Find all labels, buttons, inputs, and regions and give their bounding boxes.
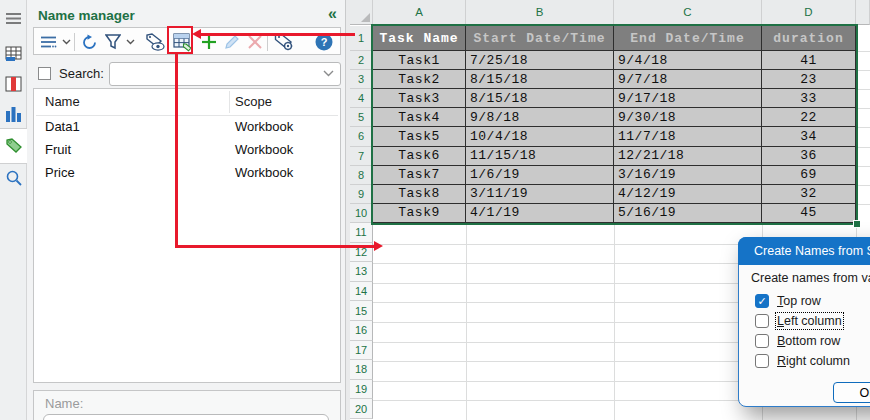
column-header-D[interactable]: D [762, 0, 856, 25]
table-cell[interactable]: 3/11/19 [466, 185, 614, 204]
table-cell[interactable]: 23 [762, 70, 856, 89]
table-cell[interactable]: Task9 [373, 204, 466, 223]
table-cell[interactable]: Task5 [373, 127, 466, 146]
fill-handle[interactable] [853, 220, 861, 228]
row-header-14[interactable]: 14 [350, 282, 373, 302]
table-cell[interactable]: 32 [762, 185, 856, 204]
table-header-cell[interactable]: Start Date/Time [466, 26, 614, 51]
hamburger-menu-icon[interactable] [4, 9, 23, 28]
row-header-20[interactable]: 20 [350, 399, 373, 419]
search-combobox[interactable] [109, 62, 341, 86]
checkbox-checked-icon[interactable]: ✓ [755, 294, 769, 308]
table-cell[interactable]: 9/17/18 [614, 89, 762, 108]
list-item-scope[interactable]: Workbook [235, 165, 293, 180]
table-cell[interactable]: 34 [762, 127, 856, 146]
row-header-7[interactable]: 7 [350, 147, 373, 166]
table-cell[interactable]: 11/7/18 [614, 127, 762, 146]
create-names-from-selection-icon[interactable] [172, 31, 194, 53]
column-header-B[interactable]: B [466, 0, 614, 25]
list-menu-icon[interactable] [37, 31, 59, 53]
ok-button[interactable]: OK [833, 382, 870, 403]
dialog-titlebar[interactable]: Create Names from Selection ? ✕ [738, 237, 870, 265]
column-header-A[interactable]: A [373, 0, 466, 25]
row-header-2[interactable]: 2 [350, 51, 373, 70]
table-header-cell[interactable]: End Date/Time [614, 26, 762, 51]
table-cell[interactable]: 5/16/19 [614, 204, 762, 223]
table-cell[interactable]: 8/15/18 [466, 70, 614, 89]
column-header-C[interactable]: C [614, 0, 762, 25]
row-header-19[interactable]: 19 [350, 380, 373, 400]
table-cell[interactable]: Task7 [373, 166, 466, 185]
table-header-cell[interactable]: Task Name [373, 26, 466, 51]
row-header-4[interactable]: 4 [350, 89, 373, 108]
add-name-icon[interactable] [198, 31, 220, 53]
worksheet-icon[interactable] [4, 44, 23, 63]
table-cell[interactable]: 9/7/18 [614, 70, 762, 89]
name-tag-icon[interactable] [4, 136, 23, 155]
list-column-name[interactable]: Name [45, 94, 80, 109]
checkbox-unchecked-icon[interactable] [755, 354, 769, 368]
list-item-name[interactable]: Price [45, 165, 75, 180]
column-highlight-icon[interactable] [4, 74, 23, 93]
row-header-10[interactable]: 10 [350, 204, 373, 223]
table-cell[interactable]: 4/12/19 [614, 185, 762, 204]
row-header-6[interactable]: 6 [350, 127, 373, 146]
filter-chevron-icon[interactable] [124, 31, 136, 53]
table-cell[interactable]: 41 [762, 51, 856, 70]
row-header-18[interactable]: 18 [350, 360, 373, 380]
name-field-input[interactable] [43, 414, 329, 420]
table-cell[interactable]: 1/6/19 [466, 166, 614, 185]
table-cell[interactable]: 9/30/18 [614, 108, 762, 127]
checkbox-unchecked-icon[interactable] [755, 314, 769, 328]
checkbox-unchecked-icon[interactable] [755, 334, 769, 348]
list-menu-chevron-icon[interactable] [60, 31, 72, 53]
row-header-5[interactable]: 5 [350, 108, 373, 127]
table-cell[interactable]: 9/8/18 [466, 108, 614, 127]
table-cell[interactable]: 11/15/18 [466, 147, 614, 166]
list-item-name[interactable]: Fruit [45, 142, 71, 157]
filter-icon[interactable] [102, 31, 124, 53]
table-cell[interactable]: 45 [762, 204, 856, 223]
table-cell[interactable]: 3/16/19 [614, 166, 762, 185]
row-header-17[interactable]: 17 [350, 341, 373, 361]
table-cell[interactable]: Task1 [373, 51, 466, 70]
chevron-down-icon[interactable] [323, 67, 334, 79]
tag-settings-icon[interactable] [271, 31, 297, 53]
bar-chart-icon[interactable] [4, 104, 23, 123]
table-cell[interactable]: Task4 [373, 108, 466, 127]
table-cell[interactable]: 10/4/18 [466, 127, 614, 146]
table-cell[interactable]: 36 [762, 147, 856, 166]
list-item-name[interactable]: Data1 [45, 119, 80, 134]
dialog-option-top-row[interactable]: ✓Top row [755, 293, 821, 309]
row-header-3[interactable]: 3 [350, 70, 373, 89]
row-header-1[interactable]: 1 [350, 26, 373, 51]
list-item-scope[interactable]: Workbook [235, 119, 293, 134]
table-cell[interactable]: 22 [762, 108, 856, 127]
dialog-option-left-column[interactable]: Left column [755, 313, 842, 329]
list-item-scope[interactable]: Workbook [235, 142, 293, 157]
dialog-option-right-column[interactable]: Right column [755, 353, 850, 369]
table-cell[interactable]: Task8 [373, 185, 466, 204]
table-cell[interactable]: 8/15/18 [466, 89, 614, 108]
row-header-12[interactable]: 12 [350, 243, 373, 263]
row-header-15[interactable]: 15 [350, 301, 373, 321]
list-column-scope[interactable]: Scope [235, 94, 272, 109]
table-cell[interactable]: 9/4/18 [614, 51, 762, 70]
search-checkbox[interactable] [38, 67, 51, 80]
row-header-9[interactable]: 9 [350, 185, 373, 204]
tag-visibility-icon[interactable] [142, 31, 168, 53]
table-cell[interactable]: 69 [762, 166, 856, 185]
row-header-11[interactable]: 11 [350, 223, 373, 243]
table-cell[interactable]: Task3 [373, 89, 466, 108]
refresh-icon[interactable] [78, 31, 100, 53]
dialog-option-bottom-row[interactable]: Bottom row [755, 333, 840, 349]
table-cell[interactable]: 7/25/18 [466, 51, 614, 70]
table-cell[interactable]: 33 [762, 89, 856, 108]
row-header-8[interactable]: 8 [350, 166, 373, 185]
help-icon[interactable]: ? [313, 31, 335, 53]
row-header-16[interactable]: 16 [350, 321, 373, 341]
table-cell[interactable]: Task2 [373, 70, 466, 89]
collapse-panel-icon[interactable]: « [328, 5, 337, 23]
edit-name-icon[interactable] [221, 31, 243, 53]
select-all-corner[interactable] [350, 0, 373, 25]
